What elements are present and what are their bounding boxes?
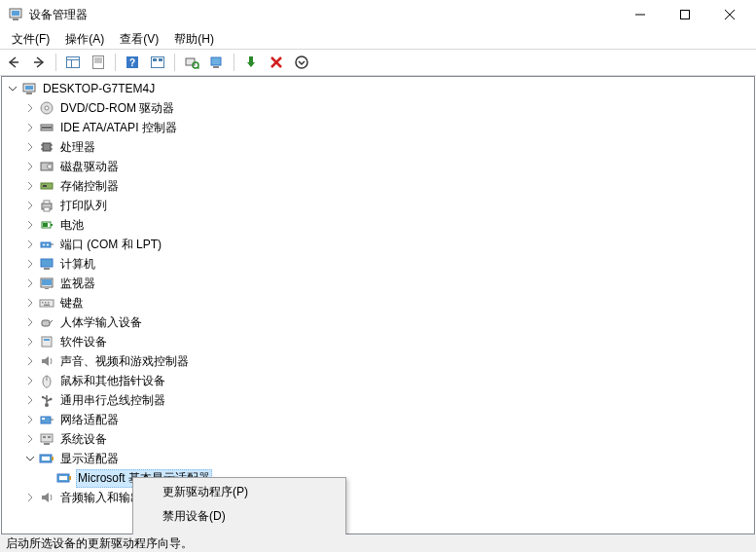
context-update-driver[interactable]: 更新驱动程序(P) (135, 480, 343, 504)
svg-rect-84 (44, 443, 50, 445)
keyboard-icon (39, 295, 54, 311)
svg-rect-68 (42, 337, 52, 347)
tree-category-label: 通用串行总线控制器 (58, 391, 167, 410)
tree-category[interactable]: 打印队列 (2, 196, 754, 215)
svg-rect-89 (59, 476, 67, 480)
svg-rect-45 (43, 185, 47, 187)
display-adapter-icon (56, 470, 72, 486)
svg-rect-1 (12, 11, 19, 16)
action-button[interactable] (146, 51, 169, 74)
port-icon (39, 237, 54, 252)
device-tree[interactable]: DESKTOP-G7TEM4J DVD/CD-ROM 驱动器IDE ATA/AT… (1, 76, 755, 534)
display-adapter-icon (39, 451, 54, 466)
mouse-icon (39, 373, 54, 388)
tree-category-label: 端口 (COM 和 LPT) (58, 236, 163, 254)
menu-help[interactable]: 帮助(H) (166, 29, 222, 50)
expand-arrow-icon[interactable] (23, 276, 37, 290)
tree-category[interactable]: 网络适配器 (2, 410, 754, 429)
svg-rect-65 (44, 305, 50, 307)
svg-rect-83 (48, 436, 51, 438)
svg-text:?: ? (129, 57, 135, 68)
tree-category[interactable]: 键盘 (2, 293, 754, 313)
tree-category[interactable]: 监视器 (2, 274, 754, 293)
menu-action[interactable]: 操作(A) (57, 29, 112, 50)
tree-category[interactable]: 计算机 (2, 254, 754, 274)
ide-icon (39, 120, 54, 135)
svg-rect-20 (159, 58, 162, 61)
tree-category[interactable]: 系统设备 (2, 429, 754, 449)
menu-bar: 文件(F) 操作(A) 查看(V) 帮助(H) (0, 29, 756, 49)
tree-category-label: 音频输入和输出 (58, 489, 144, 507)
svg-rect-51 (43, 223, 48, 227)
tree-device-selected[interactable]: Microsoft 基本显示适配器 (2, 468, 754, 488)
tree-category-label: 声音、视频和游戏控制器 (58, 352, 191, 371)
tree-category[interactable]: 磁盘驱动器 (2, 157, 754, 176)
tree-category[interactable]: IDE ATA/ATAPI 控制器 (2, 118, 754, 137)
svg-rect-66 (42, 320, 50, 326)
svg-rect-62 (42, 302, 44, 304)
tree-category-label: 存储控制器 (58, 177, 121, 196)
svg-rect-59 (42, 279, 52, 285)
system-icon (39, 431, 54, 447)
expand-arrow-icon[interactable] (23, 354, 37, 368)
tree-category-label: 显示适配器 (58, 450, 121, 468)
tree-category[interactable]: DVD/CD-ROM 驱动器 (2, 98, 754, 118)
tree-category[interactable]: 电池 (2, 215, 754, 235)
properties-button[interactable] (87, 51, 110, 74)
svg-rect-57 (44, 268, 50, 270)
maximize-button[interactable] (663, 0, 707, 29)
tree-category[interactable]: 人体学输入设备 (2, 313, 754, 332)
expand-arrow-icon[interactable] (23, 238, 37, 251)
show-hide-console-button[interactable] (61, 51, 85, 74)
expand-arrow-icon[interactable] (23, 121, 37, 134)
tree-category[interactable]: 存储控制器 (2, 176, 754, 196)
help-button[interactable]: ? (121, 51, 144, 74)
forward-button[interactable] (27, 51, 51, 74)
expand-arrow-icon[interactable] (23, 452, 37, 465)
usb-icon (39, 392, 54, 408)
tree-category[interactable]: 鼠标和其他指针设备 (2, 371, 754, 390)
expand-arrow-icon[interactable] (23, 374, 37, 387)
disable-device-button[interactable] (265, 51, 288, 74)
expand-arrow-icon[interactable] (23, 257, 37, 271)
add-legacy-button[interactable] (205, 51, 229, 74)
expand-arrow-icon[interactable] (23, 179, 37, 193)
expand-arrow-icon[interactable] (6, 82, 19, 95)
svg-point-54 (47, 244, 49, 246)
minimize-button[interactable] (618, 0, 663, 29)
tree-category-display-adapters[interactable]: 显示适配器 (2, 449, 754, 468)
menu-view[interactable]: 查看(V) (112, 29, 166, 50)
expand-arrow-icon[interactable] (23, 491, 37, 504)
expand-arrow-icon[interactable] (23, 218, 37, 232)
enable-device-button[interactable] (239, 51, 263, 74)
close-button[interactable] (707, 0, 752, 29)
context-disable-device[interactable]: 禁用设备(D) (135, 504, 343, 529)
hid-icon (39, 314, 54, 330)
menu-file[interactable]: 文件(F) (4, 29, 57, 50)
expand-arrow-icon[interactable] (23, 432, 37, 446)
scan-hardware-button[interactable] (180, 51, 203, 74)
svg-rect-24 (211, 57, 221, 65)
svg-rect-77 (50, 398, 52, 400)
tree-category[interactable]: 通用串行总线控制器 (2, 390, 754, 410)
uninstall-device-button[interactable] (290, 51, 313, 74)
tree-category[interactable]: 处理器 (2, 137, 754, 157)
svg-rect-25 (213, 66, 219, 68)
expand-arrow-icon[interactable] (23, 101, 37, 115)
expand-arrow-icon[interactable] (23, 413, 37, 426)
expand-arrow-icon[interactable] (23, 160, 37, 173)
expand-arrow-icon[interactable] (23, 393, 37, 407)
tree-category[interactable]: 软件设备 (2, 332, 754, 351)
expand-arrow-icon[interactable] (23, 296, 37, 310)
tree-category-label: 鼠标和其他指针设备 (58, 372, 167, 390)
expand-arrow-icon[interactable] (23, 315, 37, 329)
tree-category[interactable]: 声音、视频和游戏控制器 (2, 351, 754, 371)
expand-arrow-icon[interactable] (23, 199, 37, 212)
svg-rect-90 (69, 476, 71, 480)
tree-category-audio-io[interactable]: 音频输入和输出 (2, 488, 754, 507)
expand-arrow-icon[interactable] (23, 335, 37, 349)
tree-root[interactable]: DESKTOP-G7TEM4J (2, 79, 754, 98)
tree-category[interactable]: 端口 (COM 和 LPT) (2, 235, 754, 254)
expand-arrow-icon[interactable] (23, 140, 37, 154)
back-button[interactable] (2, 51, 25, 74)
